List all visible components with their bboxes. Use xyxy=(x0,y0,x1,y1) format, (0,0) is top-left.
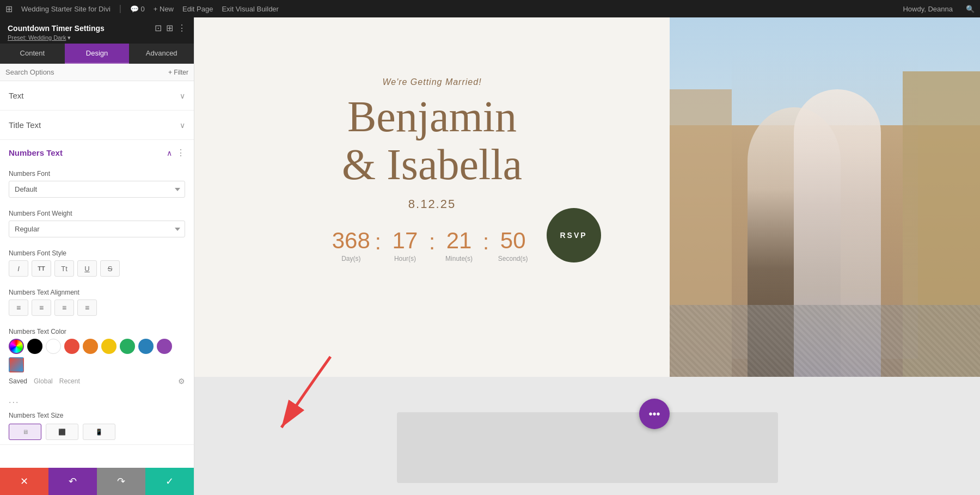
wordpress-logo-icon[interactable]: ⊞ xyxy=(5,4,13,14)
edit-page-link[interactable]: Edit Page xyxy=(182,5,213,13)
more-dots-icon[interactable]: ... xyxy=(9,395,19,405)
more-dots-row: ... xyxy=(0,393,194,407)
white-swatch[interactable] xyxy=(46,339,61,354)
color-swatches-row xyxy=(9,339,185,372)
close-button[interactable]: ✕ xyxy=(0,468,48,495)
invitation-title: Benjamin& Isabella xyxy=(342,93,522,188)
red-swatch[interactable] xyxy=(64,339,79,354)
numbers-font-label: Numbers Font xyxy=(9,170,185,178)
confirm-button[interactable]: ✓ xyxy=(145,468,194,495)
search-input[interactable] xyxy=(5,68,168,76)
countdown-days-value: 368 xyxy=(332,228,370,254)
color-tab-global[interactable]: Global xyxy=(34,377,53,385)
underline-button[interactable]: U xyxy=(77,260,97,277)
color-tab-recent[interactable]: Recent xyxy=(59,377,80,385)
countdown-hours-label: Hour(s) xyxy=(394,255,416,262)
panel-more-icon[interactable]: ⋮ xyxy=(177,23,186,33)
tab-design[interactable]: Design xyxy=(65,44,130,64)
black-swatch[interactable] xyxy=(27,339,42,354)
section-text[interactable]: Text ∨ xyxy=(0,81,194,111)
numbers-text-header[interactable]: Numbers Text ∧ ⋮ xyxy=(0,140,194,166)
countdown-separator-1: : xyxy=(373,230,383,254)
preset-label[interactable]: Preset: Wedding Dark ▾ xyxy=(8,34,186,41)
floating-action-button[interactable]: ••• xyxy=(639,399,670,429)
exit-visual-builder-button[interactable]: Exit Visual Builder xyxy=(222,5,279,13)
numbers-font-select[interactable]: Default xyxy=(9,181,185,198)
section-title-text[interactable]: Title Text ∨ xyxy=(0,111,194,140)
tt-small-caps-button[interactable]: Tt xyxy=(54,260,74,277)
tab-content[interactable]: Content xyxy=(0,44,65,64)
numbers-font-style-group: Numbers Font Style I TT Tt U S xyxy=(0,245,194,284)
wp-search-icon[interactable]: 🔍 xyxy=(966,5,975,13)
numbers-chevron-icon[interactable]: ∧ xyxy=(167,149,172,157)
italic-button[interactable]: I xyxy=(9,260,28,277)
strikethrough-button[interactable]: S xyxy=(100,260,120,277)
countdown-separator-2: : xyxy=(427,230,437,254)
section-text-chevron-icon: ∨ xyxy=(180,91,185,100)
mobile-icon: 📱 xyxy=(95,429,103,436)
bottom-action-bar: ✕ ↶ ↷ ✓ xyxy=(0,468,194,495)
panel-title-row: Countdown Timer Settings ⊡ ⊞ ⋮ xyxy=(8,23,186,33)
numbers-font-style-label: Numbers Font Style xyxy=(9,249,185,257)
canvas-area: We're Getting Married! Benjamin& Isabell… xyxy=(194,17,980,495)
custom-color-swatch[interactable] xyxy=(9,339,24,354)
invitation-subtitle: We're Getting Married! xyxy=(382,77,481,87)
numbers-font-group: Numbers Font Default xyxy=(0,166,194,205)
orange-swatch[interactable] xyxy=(83,339,98,354)
desktop-size-box[interactable]: 🖥 xyxy=(9,424,41,440)
filter-button[interactable]: + Filter xyxy=(168,69,188,76)
section-text-label: Text xyxy=(9,91,24,100)
section-title-chevron-icon: ∨ xyxy=(180,121,185,130)
countdown-days-label: Day(s) xyxy=(341,255,360,262)
purple-swatch[interactable] xyxy=(157,339,172,354)
numbers-text-size-section: Numbers Text Size 🖥 ⬛ xyxy=(0,407,194,444)
countdown-row: 368 Day(s) : 17 Hour(s) : 21 Minute(s) : xyxy=(329,228,535,262)
blue-swatch[interactable] xyxy=(138,339,154,354)
panel-responsive-icon[interactable]: ⊡ xyxy=(155,23,162,33)
countdown-separator-3: : xyxy=(481,230,491,254)
redo-button[interactable]: ↷ xyxy=(97,468,145,495)
numbers-section-icons: ∧ ⋮ xyxy=(167,148,185,158)
tt-all-caps-button[interactable]: TT xyxy=(32,260,51,277)
align-center-button[interactable]: ≡ xyxy=(32,300,51,316)
align-left-button[interactable]: ≡ xyxy=(9,300,28,316)
numbers-font-weight-label: Numbers Font Weight xyxy=(9,210,185,217)
settings-panel: Countdown Timer Settings ⊡ ⊞ ⋮ Preset: W… xyxy=(0,17,194,495)
desktop-icon: 🖥 xyxy=(22,429,28,435)
yellow-swatch[interactable] xyxy=(101,339,117,354)
gradient-swatch[interactable] xyxy=(9,357,24,372)
desktop-size-slider: 🖥 xyxy=(9,424,41,440)
tablet-size-box[interactable]: ⬛ xyxy=(46,424,78,440)
color-tab-saved[interactable]: Saved xyxy=(9,377,27,385)
align-justify-button[interactable]: ≡ xyxy=(77,300,97,316)
second-section: ••• xyxy=(194,377,980,495)
color-settings-icon[interactable]: ⚙ xyxy=(178,377,185,386)
mobile-size-box[interactable]: 📱 xyxy=(83,424,115,440)
panel-expand-icon[interactable]: ⊞ xyxy=(166,23,173,33)
countdown-seconds-label: Second(s) xyxy=(498,255,528,262)
numbers-font-weight-select[interactable]: Regular xyxy=(9,221,185,237)
numbers-text-color-label: Numbers Text Color xyxy=(9,328,185,335)
mobile-size-slider: 📱 xyxy=(83,424,115,440)
new-button[interactable]: + New xyxy=(154,5,174,13)
invitation-card: We're Getting Married! Benjamin& Isabell… xyxy=(194,17,980,377)
numbers-text-color-group: Numbers Text Color Saved xyxy=(0,323,194,393)
site-name-link[interactable]: Wedding Starter Site for Divi xyxy=(21,5,111,13)
alignment-buttons: ≡ ≡ ≡ ≡ xyxy=(9,300,185,316)
size-sliders-row: 🖥 ⬛ 📱 xyxy=(9,424,185,440)
align-right-button[interactable]: ≡ xyxy=(54,300,74,316)
separator: | xyxy=(119,4,121,14)
countdown-hours-value: 17 xyxy=(393,228,418,254)
green-swatch[interactable] xyxy=(120,339,135,354)
color-tabs-row: Saved Global Recent ⚙ xyxy=(9,377,185,386)
numbers-more-icon[interactable]: ⋮ xyxy=(176,148,185,158)
numbers-text-alignment-label: Numbers Text Alignment xyxy=(9,289,185,296)
invitation-date: 8.12.25 xyxy=(408,197,456,211)
second-section-content xyxy=(397,412,778,483)
comments-link[interactable]: 💬 0 xyxy=(130,5,145,13)
countdown-seconds: 50 Second(s) xyxy=(491,228,535,262)
undo-button[interactable]: ↶ xyxy=(48,468,97,495)
rsvp-circle[interactable]: RSVP xyxy=(547,208,601,262)
numbers-text-alignment-group: Numbers Text Alignment ≡ ≡ ≡ ≡ xyxy=(0,284,194,323)
tab-advanced[interactable]: Advanced xyxy=(129,44,194,64)
